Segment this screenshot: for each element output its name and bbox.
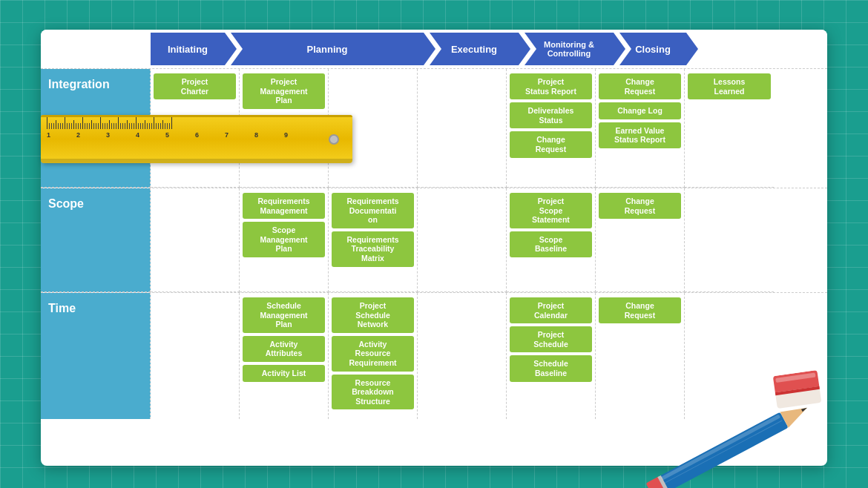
green-box: ProjectStatus Report — [510, 73, 592, 99]
phase-initiating: Initiating — [151, 33, 225, 65]
phase-header: Initiating Planning Executing Monitoring… — [41, 30, 827, 68]
integration-planning2 — [329, 69, 418, 188]
integration-planning1: ProjectManagementPlan — [240, 69, 329, 188]
scope-planning1: RequirementsManagement ScopeManagementPl… — [240, 188, 329, 292]
green-box: ScheduleManagementPlan — [243, 297, 325, 333]
time-monitoring: ChangeRequest — [596, 293, 685, 419]
green-box: Change Log — [599, 102, 681, 119]
time-executing: ProjectCalendar ProjectSchedule Schedule… — [507, 293, 596, 419]
green-box: ScopeManagementPlan — [243, 222, 325, 257]
scope-initiating — [151, 188, 240, 292]
green-box: ScheduleBaseline — [510, 355, 592, 381]
svg-rect-4 — [657, 475, 669, 488]
green-box: ChangeRequest — [510, 131, 592, 157]
green-box: ChangeRequest — [599, 73, 681, 99]
time-planning3 — [418, 293, 507, 419]
green-box: RequirementsDocumentation — [332, 193, 414, 228]
integration-closing: LessonsLearned — [685, 69, 774, 188]
phase-closing: Closing — [619, 33, 686, 65]
green-box: LessonsLearned — [688, 73, 771, 99]
time-initiating — [151, 293, 240, 419]
scope-monitoring: ChangeRequest — [596, 188, 685, 292]
scope-closing — [685, 188, 774, 292]
green-box: Earned ValueStatus Report — [599, 122, 681, 148]
green-box: RequirementsTraceabilityMatrix — [332, 231, 414, 267]
scope-executing: ProjectScopeStatement ScopeBaseline — [507, 188, 596, 292]
green-box: ProjectManagementPlan — [243, 73, 325, 109]
phase-planning: Planning — [231, 33, 424, 65]
integration-row: Integration ProjectCharter ProjectManage… — [41, 68, 827, 188]
phase-monitoring: Monitoring &Controlling — [525, 33, 614, 65]
row-label-time: Time — [41, 293, 151, 419]
green-box: DeliverablesStatus — [510, 102, 592, 128]
scope-planning3 — [418, 188, 507, 292]
scope-planning2: RequirementsDocumentation RequirementsTr… — [329, 188, 418, 292]
row-label-integration: Integration — [41, 69, 151, 188]
green-box: ChangeRequest — [599, 297, 681, 323]
phase-executing: Executing — [430, 33, 519, 65]
integration-executing: ProjectStatus Report DeliverablesStatus … — [507, 69, 596, 188]
green-box: RequirementsManagement — [243, 193, 325, 219]
green-box: ProjectCharter — [154, 73, 236, 99]
green-box: ScopeBaseline — [510, 231, 592, 257]
time-row: Time ScheduleManagementPlan ActivityAttr… — [41, 292, 827, 419]
time-planning1: ScheduleManagementPlan ActivityAttribute… — [240, 293, 329, 419]
green-box: ResourceBreakdownStructure — [332, 375, 414, 410]
green-box: ProjectCalendar — [510, 297, 592, 323]
green-box: ActivityResourceRequirement — [332, 336, 414, 372]
green-box: ProjectSchedule — [510, 326, 592, 352]
integration-planning3 — [418, 69, 507, 188]
time-closing — [685, 293, 774, 419]
svg-rect-3 — [645, 475, 668, 488]
scope-row: Scope RequirementsManagement ScopeManage… — [41, 188, 827, 292]
green-box: ProjectScopeStatement — [510, 193, 592, 228]
green-box: ProjectScheduleNetwork — [332, 297, 414, 333]
integration-monitoring: ChangeRequest Change Log Earned ValueSta… — [596, 69, 685, 188]
green-box: ChangeRequest — [599, 193, 681, 219]
green-box: Activity List — [243, 365, 325, 382]
integration-initiating: ProjectCharter — [151, 69, 240, 188]
green-box: ActivityAttributes — [243, 336, 325, 362]
row-label-scope: Scope — [41, 188, 151, 292]
main-card: Initiating Planning Executing Monitoring… — [41, 30, 827, 466]
time-planning2: ProjectScheduleNetwork ActivityResourceR… — [329, 293, 418, 419]
